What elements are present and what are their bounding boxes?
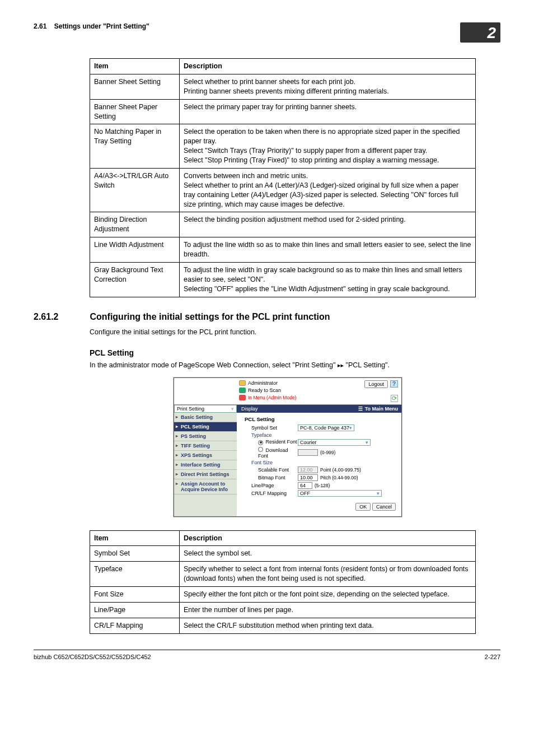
resident-font-value: Courier	[300, 440, 317, 445]
th-desc: Description	[180, 530, 476, 546]
resident-font-row: Resident Font	[245, 439, 298, 445]
refresh-icon[interactable]: ⟳	[391, 395, 398, 402]
line-page-input[interactable]: 64	[298, 482, 312, 489]
scalable-font-input[interactable]: 12.00	[298, 466, 318, 473]
sub-intro-b: "PCL Setting".	[344, 361, 390, 369]
scalable-font-label: Scalable Font	[245, 467, 298, 473]
settings-table-2: Item Description Symbol SetSelect the sy…	[90, 530, 476, 634]
chevron-down-icon: ▾	[366, 440, 368, 445]
sub-intro-a: In the administrator mode of PageScope W…	[90, 361, 338, 369]
download-font-radio[interactable]	[258, 447, 263, 452]
user-icon	[239, 380, 246, 386]
sub-heading: PCL Setting	[90, 348, 500, 357]
table-row: Banner Sheet Paper SettingSelect the pri…	[90, 99, 476, 124]
menu-bars-icon: ☰	[358, 406, 363, 412]
resident-font-select[interactable]: Courier ▾	[298, 439, 371, 446]
line-page-label: Line/Page	[245, 483, 298, 488]
header-left: 2.61 Settings under "Print Setting"	[34, 22, 149, 30]
cell-desc: Select whether to print banner sheets fo…	[180, 74, 476, 99]
scalable-font-range: Point (4.00-999.75)	[320, 467, 361, 473]
page-footer: bizhub C652/C652DS/C552/C552DS/C452 2-22…	[34, 650, 500, 660]
sidebar-item-basic[interactable]: Basic Setting	[174, 413, 237, 422]
download-font-range: (0-999)	[320, 450, 335, 455]
in-menu-label: In Menu (Admin Mode)	[248, 395, 296, 400]
chevron-down-icon: ▾	[231, 406, 234, 412]
sub-intro: In the administrator mode of PageScope W…	[90, 361, 500, 371]
status-icon	[239, 388, 246, 393]
cell-item: Font Size	[90, 587, 180, 603]
panel-title: PCL Setting	[245, 416, 396, 422]
symbol-set-select[interactable]: PC-8, Code Page 437 ▾	[298, 424, 354, 431]
table-row: Symbol SetSelect the symbol set.	[90, 546, 476, 562]
footer-right: 2-227	[485, 654, 500, 660]
table-row: Line/PageEnter the number of lines per p…	[90, 602, 476, 618]
settings-table-1: Item Description Banner Sheet SettingSel…	[90, 58, 476, 297]
cell-desc: Specify either the font pitch or the fon…	[180, 587, 476, 603]
th-item: Item	[90, 530, 180, 546]
crlf-label: CR/LF Mapping	[245, 491, 298, 496]
screenshot: Administrator Ready to Scan In Menu (Adm…	[174, 377, 402, 517]
resident-font-label: Resident Font	[266, 439, 297, 445]
crlf-select[interactable]: OFF ▾	[298, 490, 382, 497]
footer-left: bizhub C652/C652DS/C552/C552DS/C452	[34, 654, 151, 660]
page-header: 2.61 Settings under "Print Setting" 2	[34, 22, 500, 43]
logout-button[interactable]: Logout	[364, 380, 388, 388]
arrow-icon: ▸▸	[338, 362, 344, 369]
to-main-menu-button[interactable]: ☰ To Main Menu	[355, 405, 401, 413]
download-font-row: Download Font	[245, 447, 298, 459]
cell-desc: To adjust the line width in gray scale b…	[180, 262, 476, 297]
table-row: TypefaceSpecify whether to select a font…	[90, 562, 476, 587]
cell-item: Banner Sheet Paper Setting	[90, 99, 180, 124]
cell-item: Symbol Set	[90, 546, 180, 562]
to-main-label: To Main Menu	[365, 406, 398, 412]
section-title: Settings under "Print Setting"	[54, 22, 149, 30]
typeface-label: Typeface	[245, 432, 396, 438]
cell-desc: Specify whether to select a font from in…	[180, 562, 476, 587]
cell-item: Gray Background Text Correction	[90, 262, 180, 297]
font-size-label: Font Size	[245, 460, 396, 465]
chapter-number: 2	[487, 24, 496, 42]
section-intro: Configure the initial settings for the P…	[90, 328, 500, 338]
resident-font-radio[interactable]	[258, 440, 263, 445]
chevron-down-icon: ▾	[349, 425, 352, 431]
sidebar-item-ps[interactable]: PS Setting	[174, 432, 237, 441]
table-row: Gray Background Text CorrectionTo adjust…	[90, 262, 476, 297]
category-select[interactable]: Print Setting ▾	[174, 405, 237, 413]
cell-item: A4/A3<->LTR/LGR Auto Switch	[90, 168, 180, 212]
cell-item: CR/LF Mapping	[90, 618, 180, 633]
menu-icon	[239, 395, 246, 400]
help-icon[interactable]: ?	[390, 380, 398, 388]
sidebar-item-interface[interactable]: Interface Setting	[174, 460, 237, 470]
sidebar-item-assign[interactable]: Assign Account to Acquire Device Info	[174, 479, 237, 494]
line-page-range: (5-128)	[315, 483, 330, 488]
cell-item: Banner Sheet Setting	[90, 74, 180, 99]
sidebar-item-xps[interactable]: XPS Settings	[174, 451, 237, 460]
th-desc: Description	[180, 59, 476, 74]
table-row: Binding Direction AdjustmentSelect the b…	[90, 212, 476, 237]
bitmap-font-range: Pitch (0.44-99.00)	[320, 475, 358, 480]
crlf-value: OFF	[300, 491, 310, 496]
screenshot-topbar: Administrator Ready to Scan In Menu (Adm…	[174, 378, 401, 405]
cancel-button[interactable]: Cancel	[372, 503, 396, 511]
sidebar-item-tiff[interactable]: TIFF Setting	[174, 441, 237, 451]
screenshot-sidebar: Basic Setting PCL Setting PS Setting TIF…	[174, 413, 237, 516]
th-item: Item	[90, 59, 180, 74]
ok-button[interactable]: OK	[355, 503, 371, 511]
cell-item: Binding Direction Adjustment	[90, 212, 180, 237]
download-font-input[interactable]	[298, 449, 318, 456]
cell-item: Line/Page	[90, 602, 180, 618]
category-select-value: Print Setting	[177, 406, 204, 412]
cell-item: No Matching Paper in Tray Setting	[90, 124, 180, 169]
cell-desc: Select the operation to be taken when th…	[180, 124, 476, 169]
table-row: Banner Sheet SettingSelect whether to pr…	[90, 74, 476, 99]
chevron-down-icon: ▾	[377, 491, 380, 496]
admin-label: Administrator	[248, 380, 278, 386]
sidebar-item-pcl[interactable]: PCL Setting	[174, 422, 237, 432]
sidebar-item-direct[interactable]: Direct Print Settings	[174, 470, 237, 479]
screenshot-main-panel: PCL Setting Symbol Set PC-8, Code Page 4…	[237, 413, 401, 516]
display-button[interactable]: Display	[237, 405, 263, 413]
cell-desc: Converts between inch and metric units. …	[180, 168, 476, 212]
bitmap-font-input[interactable]: 10.00	[298, 474, 318, 481]
cell-desc: Select the CR/LF substitution method whe…	[180, 618, 476, 633]
ready-label: Ready to Scan	[248, 388, 281, 393]
